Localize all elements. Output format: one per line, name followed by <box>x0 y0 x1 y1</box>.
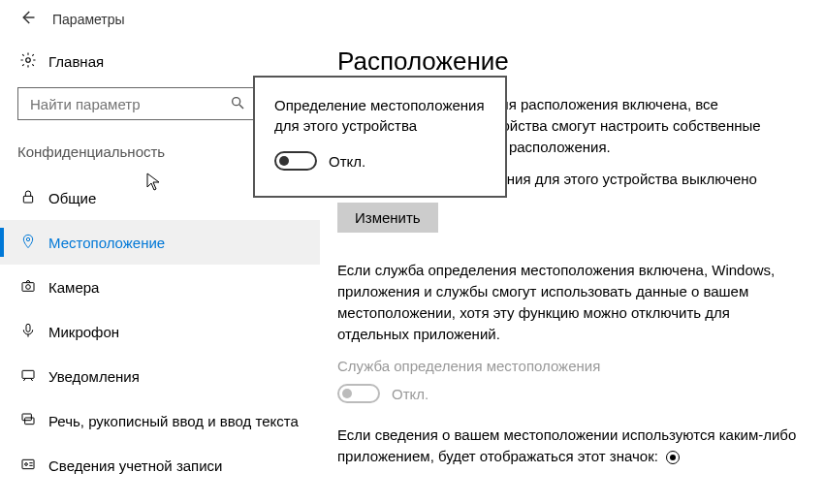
svg-rect-9 <box>22 414 31 421</box>
page-heading: Расположение <box>337 47 798 77</box>
search-icon <box>230 95 245 113</box>
account-icon <box>17 457 39 475</box>
nav-item-notifications[interactable]: Уведомления <box>0 354 320 398</box>
svg-point-0 <box>26 57 31 62</box>
svg-point-4 <box>26 237 29 240</box>
service-toggle-row: Откл. <box>337 384 798 403</box>
back-button[interactable] <box>12 9 43 31</box>
flyout-title: Определение местоположения для этого уст… <box>274 95 486 136</box>
nav-label: Камера <box>48 279 99 296</box>
svg-point-1 <box>233 97 240 105</box>
flyout-toggle[interactable] <box>274 151 317 171</box>
microphone-icon <box>17 323 39 341</box>
search-field[interactable] <box>28 95 226 113</box>
search-input[interactable] <box>17 87 256 120</box>
svg-point-12 <box>25 462 28 465</box>
svg-rect-3 <box>23 196 32 203</box>
home-label: Главная <box>48 53 104 70</box>
notifications-icon <box>17 367 39 386</box>
nav-label: Уведомления <box>48 368 140 385</box>
speech-icon <box>17 412 39 430</box>
service-paragraph: Если служба определения местоположения в… <box>337 260 798 344</box>
svg-rect-8 <box>22 370 34 378</box>
flyout-toggle-state: Откл. <box>329 153 365 170</box>
nav-label: Общие <box>48 190 96 206</box>
usage-paragraph: Если сведения о вашем местоположении исп… <box>337 425 798 467</box>
svg-rect-11 <box>22 459 34 468</box>
svg-point-6 <box>26 284 31 289</box>
svg-rect-5 <box>22 282 34 291</box>
window-title: Параметры <box>52 12 125 27</box>
location-icon <box>17 234 39 252</box>
gear-icon <box>17 51 39 72</box>
change-button[interactable]: Изменить <box>337 203 438 233</box>
nav-label: Местоположение <box>48 235 165 251</box>
nav-label: Микрофон <box>48 324 119 340</box>
nav-label: Речь, рукописный ввод и ввод текста <box>48 413 299 429</box>
nav-item-microphone[interactable]: Микрофон <box>0 309 320 354</box>
nav-label: Сведения учетной записи <box>48 457 223 474</box>
nav-item-location[interactable]: Местоположение <box>0 220 320 265</box>
nav-item-account[interactable]: Сведения учетной записи <box>0 443 320 488</box>
device-location-flyout: Определение местоположения для этого уст… <box>253 76 507 198</box>
nav-item-speech[interactable]: Речь, рукописный ввод и ввод текста <box>0 398 320 443</box>
nav-item-camera[interactable]: Камера <box>0 265 320 309</box>
service-toggle <box>337 384 380 403</box>
flyout-toggle-row[interactable]: Откл. <box>274 151 486 171</box>
svg-line-2 <box>239 105 243 109</box>
lock-icon <box>17 189 39 207</box>
location-usage-icon <box>666 451 680 464</box>
svg-rect-7 <box>26 324 30 331</box>
service-label: Служба определения местоположения <box>337 358 798 374</box>
svg-rect-10 <box>25 418 34 425</box>
camera-icon <box>17 278 39 297</box>
service-toggle-state: Откл. <box>392 386 428 402</box>
